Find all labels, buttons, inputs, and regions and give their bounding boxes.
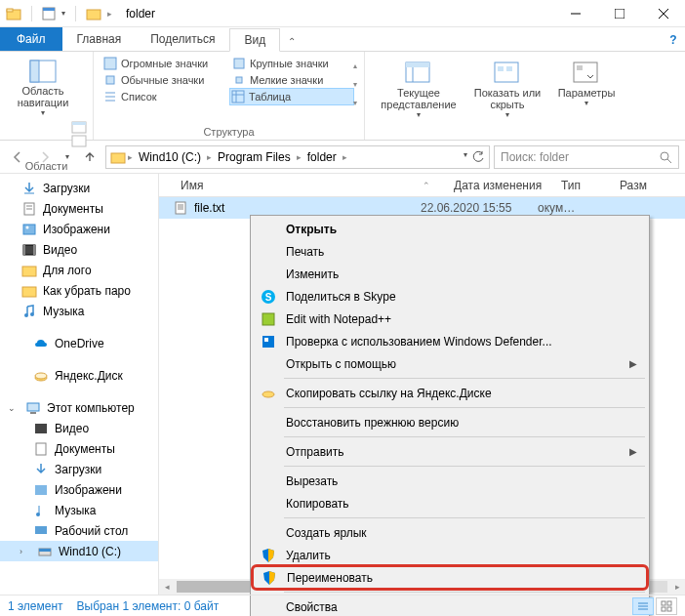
- svg-rect-56: [35, 526, 47, 534]
- current-view-button[interactable]: Текущее представление▾: [373, 58, 464, 123]
- nav-pane-button[interactable]: Область навигации ▾: [8, 56, 78, 121]
- crumb-folder[interactable]: folder: [303, 150, 341, 164]
- forward-button[interactable]: [33, 145, 57, 169]
- svg-rect-72: [662, 601, 665, 605]
- col-date[interactable]: Дата изменения: [446, 179, 553, 192]
- search-icon: [659, 150, 672, 164]
- picture-icon: [21, 222, 37, 237]
- cloud-icon: [33, 336, 49, 351]
- chevron-down-icon: ▾: [41, 108, 45, 117]
- chevron-down-icon[interactable]: ⌄: [8, 403, 20, 413]
- context-menu: Открыть Печать Изменить SПоделиться в Sk…: [250, 215, 650, 616]
- svg-rect-12: [72, 122, 86, 125]
- shield-icon: [262, 570, 277, 586]
- breadcrumb[interactable]: ▸ Wind10 (C:) ▸ Program Files ▸ folder ▸…: [105, 145, 490, 169]
- tab-share[interactable]: Поделиться: [136, 27, 229, 51]
- expand-icon[interactable]: ▾: [353, 99, 357, 107]
- tab-view[interactable]: Вид: [229, 28, 280, 52]
- ctx-sendto[interactable]: Отправить▶: [253, 440, 647, 463]
- crumb-drive[interactable]: Wind10 (C:): [135, 150, 205, 164]
- layout-large[interactable]: Крупные значки: [230, 56, 355, 71]
- svg-point-47: [30, 312, 34, 316]
- document-icon: [33, 441, 49, 457]
- refresh-icon[interactable]: [471, 150, 485, 164]
- svg-rect-52: [35, 424, 47, 433]
- svg-rect-75: [667, 607, 671, 611]
- layout-list[interactable]: Список: [101, 89, 226, 104]
- help-icon[interactable]: ?: [662, 29, 685, 51]
- breadcrumb-dropdown-icon[interactable]: ▾: [463, 150, 467, 164]
- svg-rect-28: [498, 66, 504, 71]
- chevron-right-icon: ▶: [629, 358, 637, 369]
- ctx-edit[interactable]: Изменить: [253, 263, 647, 285]
- maximize-button[interactable]: [597, 0, 641, 27]
- ctx-open[interactable]: Открыть: [253, 218, 647, 240]
- ribbon-tabs: Файл Главная Поделиться Вид ⌃ ?: [0, 27, 685, 51]
- nav-pane-label: Область навигации: [10, 85, 76, 108]
- column-headers[interactable]: Имя ⌃ Дата изменения Тип Разм: [159, 174, 685, 197]
- minimize-button[interactable]: [553, 0, 597, 27]
- view-details-button[interactable]: [632, 597, 654, 615]
- folder-icon: [110, 149, 126, 165]
- ctx-yandex-copy[interactable]: Скопировать ссылку на Яндекс.Диске: [253, 382, 647, 404]
- col-name[interactable]: Имя: [173, 179, 407, 192]
- svg-rect-58: [39, 549, 51, 552]
- recent-dropdown[interactable]: ▾: [60, 145, 74, 169]
- ribbon-toggle-icon[interactable]: ⌃: [280, 32, 303, 51]
- layout-small[interactable]: Мелкие значки: [230, 72, 355, 88]
- chevron-right-icon[interactable]: ›: [20, 547, 31, 556]
- sidebar-item-label[interactable]: Загрузки: [43, 182, 90, 195]
- yandex-disk-icon: [261, 386, 276, 401]
- ctx-print[interactable]: Печать: [253, 240, 647, 263]
- svg-rect-3: [43, 8, 55, 11]
- breadcrumb-sep-icon: ▸: [107, 9, 112, 19]
- back-button[interactable]: [6, 145, 29, 169]
- layout-huge[interactable]: Огромные значки: [101, 56, 226, 71]
- ctx-shortcut[interactable]: Создать ярлык: [253, 521, 647, 544]
- svg-text:S: S: [265, 292, 272, 303]
- group-layout-label: Структура: [101, 126, 356, 138]
- close-button[interactable]: [641, 0, 685, 27]
- yandex-disk-icon: [33, 368, 49, 384]
- tab-file[interactable]: Файл: [0, 27, 62, 51]
- ctx-copy[interactable]: Копировать: [253, 492, 647, 514]
- ctx-restore[interactable]: Восстановить прежнюю версию: [253, 411, 647, 433]
- show-hide-button[interactable]: Показать или скрыть▾: [468, 58, 546, 123]
- qat-dropdown-icon[interactable]: ▾: [61, 9, 65, 18]
- tab-home[interactable]: Главная: [62, 27, 137, 51]
- layout-normal[interactable]: Обычные значки: [101, 72, 226, 88]
- search-input[interactable]: Поиск: folder: [494, 145, 679, 169]
- folder-icon: [21, 263, 37, 278]
- props-quick-icon[interactable]: [42, 7, 56, 21]
- svg-rect-29: [506, 66, 512, 71]
- col-size[interactable]: Разм: [612, 179, 655, 192]
- col-type[interactable]: Тип: [553, 179, 612, 192]
- scroll-up-icon[interactable]: ▴: [353, 62, 357, 70]
- svg-rect-51: [30, 412, 36, 414]
- svg-rect-10: [30, 61, 39, 82]
- defender-icon: [261, 334, 276, 349]
- text-file-icon: [173, 200, 188, 216]
- ctx-cut[interactable]: Вырезать: [253, 470, 647, 492]
- ctx-skype[interactable]: SПоделиться в Skype: [253, 285, 647, 308]
- scroll-down-icon[interactable]: ▾: [353, 80, 357, 89]
- ctx-rename[interactable]: Переименовать: [251, 564, 649, 591]
- download-icon: [21, 181, 37, 196]
- ctx-defender[interactable]: Проверка с использованием Windows Defend…: [253, 330, 647, 352]
- view-icons-button[interactable]: [656, 597, 677, 615]
- svg-rect-17: [236, 77, 242, 83]
- file-type: окум…: [538, 201, 575, 215]
- up-button[interactable]: [78, 145, 101, 169]
- svg-rect-4: [87, 10, 101, 20]
- ctx-delete[interactable]: Удалить: [253, 544, 647, 566]
- navigation-tree[interactable]: Загрузки Документы Изображени Видео Для …: [0, 174, 158, 595]
- ctx-openwith[interactable]: Открыть с помощью▶: [253, 352, 647, 375]
- options-button[interactable]: Параметры▾: [550, 58, 623, 111]
- ctx-notepad[interactable]: Edit with Notepad++: [253, 308, 647, 330]
- svg-rect-54: [35, 485, 47, 495]
- svg-rect-44: [22, 267, 36, 276]
- crumb-progfiles[interactable]: Program Files: [214, 150, 295, 164]
- svg-point-33: [661, 152, 668, 160]
- layout-table[interactable]: Таблица: [229, 88, 354, 105]
- svg-rect-67: [264, 338, 268, 342]
